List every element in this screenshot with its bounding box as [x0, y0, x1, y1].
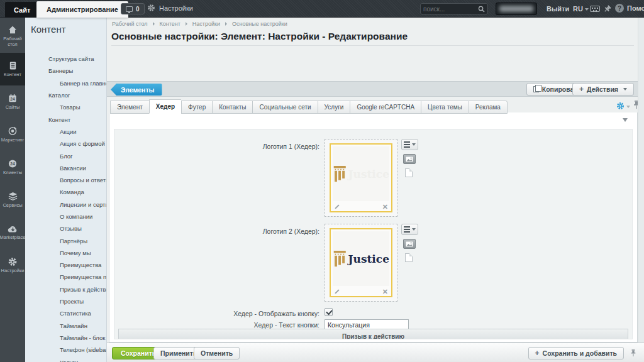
breadcrumb-item[interactable]: Основные настройки — [232, 21, 287, 27]
expand-arrow-icon[interactable] — [31, 90, 35, 101]
elements-back-button[interactable]: Элементы — [111, 84, 162, 96]
hotkeys-icon[interactable] — [590, 6, 600, 12]
search-input[interactable] — [423, 6, 478, 13]
tree-item[interactable]: Партнёры — [25, 234, 107, 246]
expand-arrow-icon[interactable] — [42, 344, 47, 356]
tree-item[interactable]: Услуги — [25, 356, 107, 362]
tree-item[interactable]: Таймлайн — [25, 320, 107, 332]
expand-arrow-icon[interactable] — [31, 53, 35, 65]
logo1-file-icon[interactable] — [405, 168, 413, 177]
tree-item[interactable]: Акция с формой — [25, 138, 107, 150]
expand-arrow-icon[interactable] — [42, 223, 47, 234]
tree-item[interactable]: Баннер на главной — [25, 77, 107, 89]
pin-icon[interactable] — [604, 5, 611, 13]
tree-item[interactable]: Телефон (sidebar) — [25, 344, 107, 356]
admin-tab[interactable]: Администрирование — [36, 1, 128, 18]
help-button[interactable]: ? Помощь — [615, 4, 644, 13]
expand-arrow-icon[interactable] — [42, 187, 47, 198]
expand-arrow-icon[interactable] — [42, 150, 47, 162]
expand-arrow-icon[interactable] — [42, 296, 47, 307]
language-switcher[interactable]: RU — [573, 5, 589, 13]
expand-arrow-icon[interactable] — [42, 308, 47, 319]
logo1-menu-button[interactable] — [401, 139, 418, 150]
logo2-file-icon[interactable] — [405, 253, 413, 262]
header-show-button-checkbox[interactable] — [325, 308, 333, 316]
cta-section-header[interactable]: Призыв к действию — [118, 329, 628, 339]
tabs-settings-gear-icon[interactable] — [616, 102, 625, 110]
logo1-image-mode-button[interactable] — [403, 154, 416, 164]
expand-arrow-icon[interactable] — [42, 332, 47, 343]
logo1-dropzone[interactable]: Justice ✕ — [325, 139, 397, 217]
tree-item[interactable]: Вопросы и ответы — [25, 174, 107, 186]
actions-button[interactable]: + Действия — [572, 83, 634, 96]
user-name-redacted[interactable] — [496, 3, 537, 15]
logo2-image-mode-button[interactable] — [403, 239, 416, 249]
tree-item[interactable]: Лицензии и сертификаты — [25, 199, 107, 211]
tree-item[interactable]: Товары — [25, 101, 107, 113]
delete-image-icon[interactable]: ✕ — [382, 288, 388, 295]
expand-arrow-icon[interactable] — [42, 272, 47, 283]
tree-item[interactable]: Контент — [25, 113, 107, 125]
expand-arrow-icon[interactable] — [42, 247, 47, 258]
tree-item[interactable]: Отзывы — [25, 222, 107, 234]
form-tab[interactable]: Хедер — [149, 99, 181, 114]
form-tab[interactable]: Социальные сети — [252, 101, 317, 114]
tree-item[interactable]: Преимущества — [25, 259, 107, 271]
breadcrumb-item[interactable]: Контент — [160, 21, 192, 27]
cancel-button[interactable]: Отменить — [194, 347, 240, 359]
search-box[interactable] — [420, 3, 488, 14]
expand-arrow-icon[interactable] — [42, 162, 47, 173]
form-tab[interactable]: Контакты — [212, 101, 252, 114]
sidebar-item-sites[interactable]: 24 Сайты — [0, 85, 25, 118]
expand-arrow-icon[interactable] — [42, 102, 47, 113]
breadcrumb-item[interactable]: Настройки — [192, 21, 232, 27]
logo2-dropzone[interactable]: Justice ✕ — [325, 224, 397, 302]
sidebar-item-content[interactable]: Контент — [0, 53, 25, 85]
sidebar-item-settings[interactable]: Настройки — [0, 249, 25, 282]
search-icon[interactable] — [478, 6, 485, 13]
expand-arrow-icon[interactable] — [31, 65, 35, 77]
form-tab[interactable]: Реклама — [469, 101, 508, 114]
expand-arrow-icon[interactable] — [42, 77, 47, 89]
expand-arrow-icon[interactable] — [31, 114, 35, 125]
pin-bar-icon[interactable] — [630, 349, 636, 358]
breadcrumb-item[interactable]: Рабочий стол — [112, 21, 160, 27]
tree-item[interactable]: Каталог — [25, 89, 107, 101]
delete-image-icon[interactable]: ✕ — [382, 204, 388, 211]
tree-item[interactable]: Акции — [25, 126, 107, 138]
expand-arrow-icon[interactable] — [42, 199, 47, 210]
expand-arrow-icon[interactable] — [42, 356, 47, 362]
form-tab[interactable]: Элемент — [110, 101, 149, 114]
expand-arrow-icon[interactable] — [42, 260, 47, 271]
tree-item[interactable]: Статистика — [25, 307, 107, 319]
tree-item[interactable]: Призыв к действию — [25, 283, 107, 295]
collapse-form-chevron-icon[interactable] — [623, 118, 628, 122]
sidebar-item-desktop[interactable]: Рабочий стол — [0, 20, 25, 53]
tree-item[interactable]: Таймлайн - блок — [25, 332, 107, 344]
expand-arrow-icon[interactable] — [42, 126, 47, 137]
chevron-down-icon[interactable] — [626, 106, 630, 108]
expand-arrow-icon[interactable] — [42, 211, 47, 222]
tree-item[interactable]: Команда — [25, 186, 107, 198]
logo2-menu-button[interactable] — [401, 224, 418, 235]
sidebar-item-clients[interactable]: 24 Клиенты — [0, 151, 25, 184]
site-tab[interactable]: Сайт — [5, 2, 39, 18]
sidebar-item-marketing[interactable]: Маркетинг — [0, 118, 25, 151]
favorite-star-icon[interactable]: ☆ — [337, 32, 345, 42]
tree-item[interactable]: Блог — [25, 150, 107, 162]
form-tab[interactable]: Google reCAPTCHA — [350, 101, 421, 114]
sidebar-item-services[interactable]: Сервисы — [0, 184, 25, 216]
page-scrollbar[interactable] — [638, 18, 644, 343]
tree-item[interactable]: Проекты — [25, 295, 107, 307]
tree-item[interactable]: Почему мы — [25, 247, 107, 259]
edit-pencil-icon[interactable] — [334, 288, 340, 295]
sidebar-item-marketplace[interactable]: Marketplace — [0, 216, 25, 249]
tree-item[interactable]: Структура сайта — [25, 53, 107, 65]
form-tab[interactable]: Футер — [181, 101, 212, 114]
logout-link[interactable]: Выйти — [547, 5, 569, 13]
expand-arrow-icon[interactable] — [42, 320, 47, 331]
edit-pencil-icon[interactable] — [334, 204, 340, 210]
tree-item[interactable]: Баннеры — [25, 65, 107, 77]
expand-arrow-icon[interactable] — [42, 283, 47, 295]
expand-arrow-icon[interactable] — [42, 175, 47, 186]
